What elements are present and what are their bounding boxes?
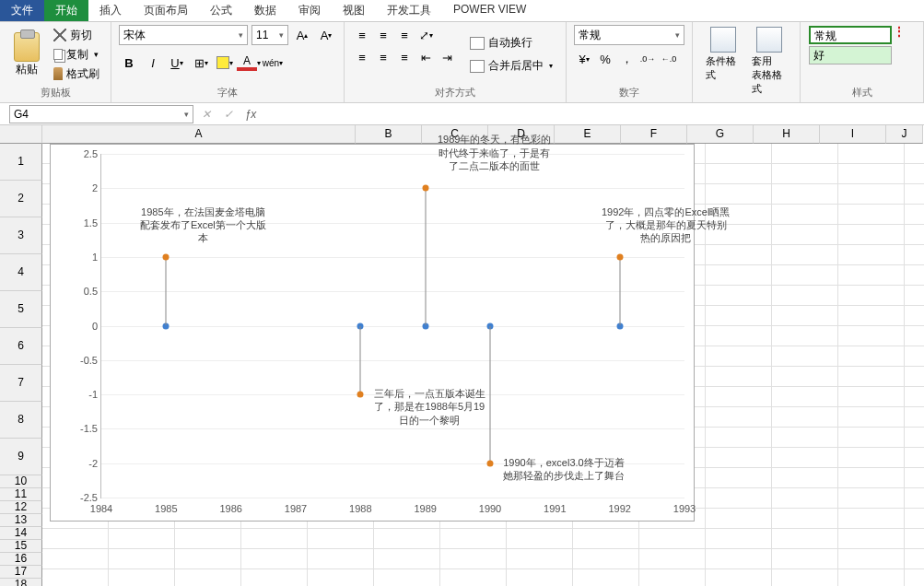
merge-center-button[interactable]: 合并后居中▾ [464,56,558,76]
tab-file[interactable]: 文件 [0,0,44,21]
row-header[interactable]: 18 [0,579,42,586]
wrap-text-button[interactable]: 自动换行 [464,33,558,53]
col-header[interactable]: A [42,125,356,144]
style-good[interactable]: 好 [809,46,892,64]
dec-decimal-button[interactable]: ←.0 [659,49,679,69]
row-header[interactable]: 14 [0,527,42,540]
row-header[interactable]: 16 [0,553,42,566]
orientation-button[interactable]: ⤢▾ [415,25,436,45]
row-header[interactable]: 11 [0,488,42,501]
phonetic-button[interactable]: wén▾ [263,53,283,73]
group-styles: 常规 ⋮ 好 样式 [801,22,924,102]
row-headers: 123456789101112131415161718 [0,144,42,586]
col-header[interactable]: B [356,125,422,144]
chart-point[interactable] [422,185,428,192]
format-painter-button[interactable]: 格式刷 [50,65,103,83]
name-box[interactable]: G4 [9,105,193,123]
chart-point[interactable] [487,460,494,466]
align-right-button[interactable]: ≡ [394,47,415,67]
tab-layout[interactable]: 页面布局 [133,0,199,21]
chart-point[interactable] [163,253,170,260]
row-header[interactable]: 2 [0,181,42,217]
wrap-label: 自动换行 [488,35,532,51]
font-name-select[interactable]: 宋体 [119,25,248,45]
cond-format-icon [710,27,736,53]
group-label-clipboard: 剪贴板 [7,84,103,101]
decrease-font-button[interactable]: A▾ [316,25,336,45]
table-format-button[interactable]: 套用 表格格式 [746,25,792,99]
row-header[interactable]: 7 [0,365,42,402]
cond-format-button[interactable]: 条件格式 [700,25,746,99]
bold-button[interactable]: B [119,53,139,73]
fill-color-button[interactable]: ▾ [215,53,235,73]
indent-inc-button[interactable]: ⇥ [437,47,457,67]
y-tick: 1.5 [64,217,98,229]
group-label-font: 字体 [119,84,336,101]
align-bottom-button[interactable]: ≡ [394,25,415,45]
row-header[interactable]: 1 [0,144,42,181]
col-header[interactable]: G [687,125,754,144]
col-header[interactable]: H [754,125,820,144]
x-tick: 1991 [544,503,566,514]
col-header[interactable]: I [820,125,886,144]
select-all-corner[interactable] [0,125,42,144]
x-tick: 1989 [414,503,436,514]
row-header[interactable]: 10 [0,475,42,488]
col-header[interactable]: F [621,125,687,144]
border-button[interactable]: ⊞▾ [191,53,211,73]
comma-button[interactable]: ， [616,49,637,69]
row-header[interactable]: 17 [0,566,42,579]
tab-insert[interactable]: 插入 [88,0,133,21]
cancel-fx-button[interactable]: ✕ [195,105,217,123]
align-left-button[interactable]: ≡ [352,47,372,67]
paste-icon [14,32,40,62]
chart-annotation: 1989年的冬天，有色彩的时代终于来临了，于是有了二点二版本的面世 [435,133,555,172]
currency-button[interactable]: ¥▾ [574,49,594,69]
col-header[interactable]: J [886,125,923,144]
cell-grid[interactable]: -2.5-2-1.5-1-0.500.511.522.5198419851986… [42,144,924,586]
tab-data[interactable]: 数据 [243,0,287,21]
inc-decimal-button[interactable]: .0→ [637,49,658,69]
chart[interactable]: -2.5-2-1.5-1-0.500.511.522.5198419851986… [50,144,695,522]
row-header[interactable]: 8 [0,402,42,439]
align-middle-button[interactable]: ≡ [373,25,393,45]
formula-input[interactable] [262,105,924,123]
percent-button[interactable]: % [595,49,615,69]
style-more-icon[interactable]: ⋮ [893,25,906,45]
row-header[interactable]: 6 [0,328,42,365]
style-normal[interactable]: 常规 [809,26,892,44]
row-header[interactable]: 3 [0,217,42,254]
tab-dev[interactable]: 开发工具 [376,0,442,21]
font-size-select[interactable]: 11 [251,25,288,45]
tab-power[interactable]: POWER VIEW [442,0,537,21]
number-format-select[interactable]: 常规 [574,25,684,45]
row-header[interactable]: 5 [0,291,42,328]
align-center-button[interactable]: ≡ [373,47,393,67]
confirm-fx-button[interactable]: ✓ [217,105,240,123]
tab-home[interactable]: 开始 [44,0,88,21]
tab-formula[interactable]: 公式 [199,0,243,21]
cut-button[interactable]: 剪切 [50,27,103,44]
font-color-button[interactable]: A▾ [239,53,259,73]
tab-review[interactable]: 审阅 [287,0,332,21]
paste-button[interactable]: 粘贴 [7,25,46,84]
row-header[interactable]: 13 [0,514,42,527]
y-tick: 0.5 [64,286,98,297]
ribbon-tabs: 文件 开始 插入 页面布局 公式 数据 审阅 视图 开发工具 POWER VIE… [0,0,924,22]
row-header[interactable]: 15 [0,540,42,553]
italic-button[interactable]: I [143,53,163,73]
tab-view[interactable]: 视图 [332,0,376,21]
align-top-button[interactable]: ≡ [352,25,372,45]
chart-point[interactable] [616,253,623,260]
row-header[interactable]: 12 [0,501,42,514]
copy-button[interactable]: 复制▾ [50,46,103,64]
row-header[interactable]: 4 [0,254,42,291]
underline-button[interactable]: U▾ [167,53,187,73]
increase-font-button[interactable]: A▴ [292,25,312,45]
col-header[interactable]: E [555,125,621,144]
indent-dec-button[interactable]: ⇤ [415,47,436,67]
x-tick: 1992 [608,503,630,514]
chart-point[interactable] [357,392,364,398]
row-header[interactable]: 9 [0,439,42,475]
fx-icon[interactable]: ƒx [240,105,262,123]
